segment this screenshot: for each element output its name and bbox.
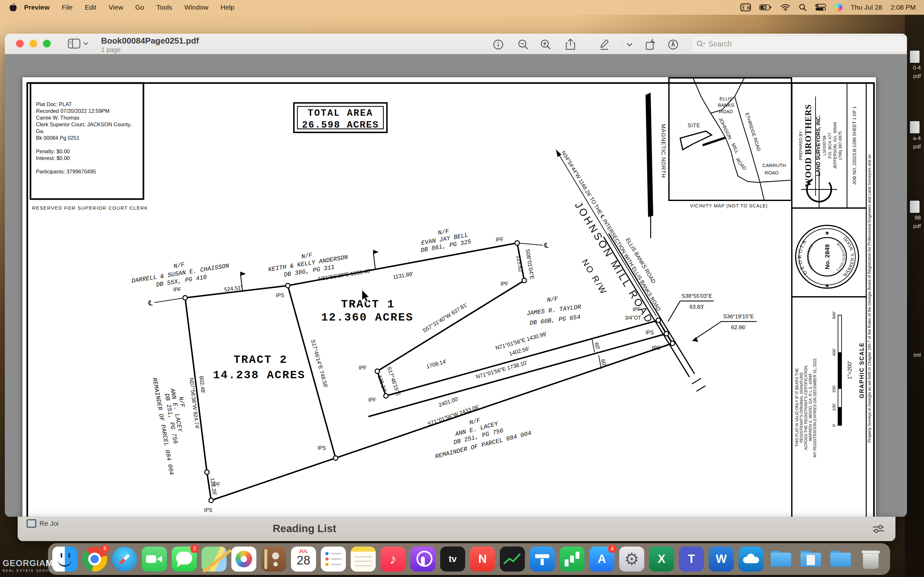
scale-tick: 0' — [832, 424, 837, 427]
apple-menu[interactable] — [9, 3, 17, 12]
markup-menu-chevron[interactable] — [625, 37, 634, 52]
cert-line: THIS PLAT IS VALID ONLY IF IT BEARS THE — [795, 368, 799, 446]
road-labels: JOHNSON MILL ROAD NO R/W ELLIS BANKS ROA… — [371, 124, 666, 517]
wifi-icon[interactable] — [780, 3, 790, 11]
dock-icon-music[interactable]: ♪ — [381, 546, 405, 572]
desktop-file-icon[interactable] — [910, 201, 919, 213]
dock-icon-folder-documents[interactable] — [798, 546, 823, 572]
menu-item-edit[interactable]: Edit — [79, 3, 102, 11]
zoom-in-button[interactable] — [539, 37, 553, 52]
dock-icon-contacts[interactable] — [261, 546, 286, 572]
dock-icon-onedrive[interactable] — [738, 546, 764, 572]
clerk-line: Penalty: $0.00 — [36, 148, 70, 154]
window-switcher-icon[interactable]: ⌘ — [740, 3, 751, 11]
desktop-file-label[interactable]: pdf — [913, 143, 921, 150]
menu-item-tools[interactable]: Tools — [150, 3, 178, 11]
dock-icon-folder-downloads[interactable] — [828, 546, 853, 572]
desktop-file-icon[interactable] — [910, 121, 919, 133]
dock-icon-maps[interactable] — [202, 546, 226, 572]
dock-icon-notes[interactable] — [351, 546, 376, 572]
teams-glyph: T — [679, 546, 704, 572]
siri-icon[interactable] — [835, 3, 843, 11]
info-button[interactable] — [491, 37, 505, 52]
dock-icon-photos[interactable] — [231, 546, 256, 572]
cert-line: REGISTRANT'S ORIGINAL SIGNATURE — [799, 372, 804, 443]
dock-icon-news[interactable]: N — [470, 546, 495, 572]
apple-icon — [9, 3, 17, 12]
menu-item-file[interactable]: File — [55, 3, 79, 11]
zoom-out-button[interactable] — [516, 37, 530, 52]
mark-ipf: IPF — [359, 365, 367, 371]
background-window-fragment[interactable]: Re Joi — [27, 519, 59, 528]
annotate-button[interactable] — [666, 37, 680, 52]
dock-icon-excel[interactable]: X — [649, 546, 674, 572]
dim-1708: 1708.14' — [426, 358, 447, 370]
dock-icon-facetime[interactable] — [142, 546, 167, 572]
north-arrow — [646, 93, 653, 238]
sidebar-toggle-button[interactable] — [68, 38, 88, 49]
dock-icon-appstore[interactable]: A4 — [590, 546, 614, 572]
clerk-line: Bk 00084 Pg 0251 — [36, 135, 79, 141]
chevron-down-icon — [83, 42, 88, 45]
dock-icon-keynote[interactable] — [530, 546, 555, 572]
dock-icon-trash[interactable] — [858, 546, 883, 572]
battery-icon[interactable] — [759, 3, 772, 11]
desktop-file-label[interactable]: 0-4 — [913, 65, 921, 71]
spotlight-icon[interactable] — [798, 3, 807, 11]
dock-icon-chrome[interactable]: 8 — [82, 546, 107, 572]
dock-icon-word[interactable]: W — [709, 546, 734, 572]
mark-ipf: IPF — [173, 287, 181, 292]
owner-anderson: N/F — [301, 251, 313, 260]
menu-item-help[interactable]: Help — [214, 3, 240, 11]
dock-icon-safari[interactable] — [112, 546, 137, 572]
pdf-page[interactable]: Plat Doc: PLAT Recorded 07/20/2022 12:59… — [23, 77, 876, 517]
zoom-button[interactable] — [43, 40, 51, 47]
desktop-file-label[interactable]: tml — [913, 352, 921, 358]
control-center-icon[interactable] — [815, 3, 826, 11]
tract1-title: TRACT 1 — [341, 298, 395, 311]
news-glyph: N — [470, 546, 495, 572]
reading-list-title: Reading List — [273, 522, 336, 535]
minimize-button[interactable] — [29, 40, 37, 47]
dock-icon-calendar[interactable]: JUL 28 — [291, 546, 316, 572]
dimension-labels: 524.51' N81°56'30"E 1656.40' 1131.89' S0… — [188, 150, 754, 496]
desktop-file-label[interactable]: 88 — [915, 215, 921, 221]
owner-chaisson: N/F — [173, 261, 185, 270]
tb-prepared: PREPARED BY — [798, 131, 803, 160]
dock-icon-reminders[interactable] — [321, 546, 346, 572]
desktop-file-icon[interactable] — [910, 51, 919, 63]
fragment-text: Re Joi — [39, 520, 59, 527]
rotate-button[interactable] — [644, 37, 658, 52]
menu-item-go[interactable]: Go — [129, 3, 150, 11]
menu-item-window[interactable]: Window — [178, 3, 215, 11]
mark-ipf: IPF — [501, 281, 509, 287]
total-area-box: TOTAL AREA 26.598 ACRES — [302, 108, 379, 131]
search-input[interactable]: Search — [691, 35, 907, 52]
dock-icon-podcasts[interactable] — [410, 546, 435, 572]
dock-icon-messages[interactable]: 3 — [172, 546, 197, 572]
dock-icon-settings[interactable]: ⚙ — [619, 546, 644, 572]
dock-icon-numbers[interactable] — [559, 546, 585, 572]
dock-icon-teams[interactable]: T — [679, 546, 704, 572]
dock-icon-stocks[interactable] — [500, 546, 525, 572]
scale-tick: 100' — [832, 403, 837, 411]
menu-item-view[interactable]: View — [102, 3, 129, 11]
dock-icon-finder[interactable] — [52, 546, 78, 572]
desktop-file-label[interactable]: a-4 — [913, 135, 921, 142]
menu-date[interactable]: Thu Jul 28 — [851, 3, 882, 11]
desktop-file-label[interactable]: pdf — [913, 223, 921, 229]
dock-icon-tv[interactable]: tv — [440, 546, 465, 572]
calendar-month: JUL — [291, 548, 316, 554]
close-button[interactable] — [16, 40, 24, 47]
share-button[interactable] — [564, 37, 577, 52]
dock-icon-folder[interactable] — [768, 546, 793, 572]
seal-registered: REGISTERED — [806, 243, 814, 270]
filter-slider-icon[interactable] — [872, 524, 885, 533]
menu-clock[interactable]: 2:08 PM — [891, 3, 916, 11]
markup-button[interactable] — [598, 37, 612, 52]
menu-item-preview[interactable]: Preview — [18, 3, 55, 11]
dim-125: 125.62' — [515, 255, 524, 274]
window-title-group: Book00084Page0251.pdf 1 page — [101, 36, 199, 53]
desktop-file-label[interactable]: pdf — [913, 73, 921, 79]
excel-glyph: X — [649, 546, 674, 572]
